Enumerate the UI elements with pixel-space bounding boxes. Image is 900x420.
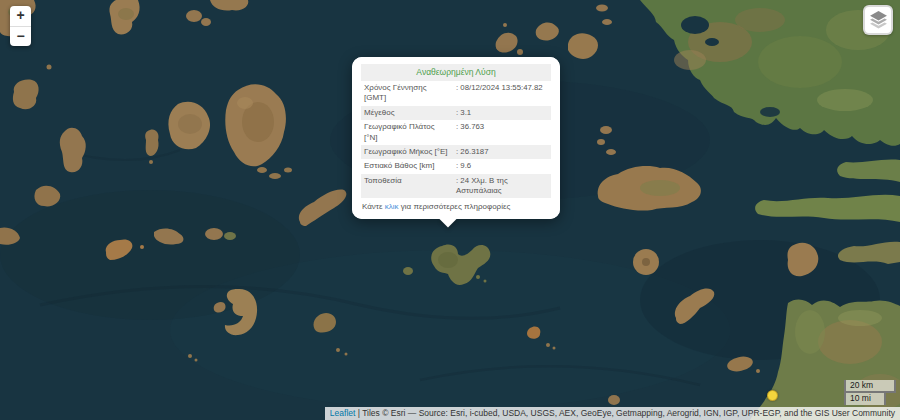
popup-footer: Κάντε κλικ για περισσότερες πληροφορίες [362,202,550,212]
map-canvas[interactable]: + − × Αναθεωρημένη Λύση Χρόνος Γέννησης … [0,0,900,420]
attribution-text: Tiles © Esri — Source: Esri, i-cubed, US… [362,408,895,418]
table-row: Γεωγραφικό Πλάτος [°N] : 36.763 [361,120,551,145]
table-row: Χρόνος Γέννησης [GMT] : 08/12/2024 13:55… [361,81,551,106]
zoom-out-button[interactable]: − [10,26,31,46]
row-label: Τοποθεσία [361,174,453,198]
row-label: Μέγεθος [361,106,453,120]
row-label: Γεωγραφικό Μήκος [°E] [361,145,453,159]
row-label: Εστιακό Βάθος [km] [361,159,453,173]
row-value: : 24 Χλμ. Β της Αστυπάλαιας [453,174,551,198]
footer-text: Κάντε [362,202,385,211]
table-row: Μέγεθος : 3.1 [361,106,551,120]
table-row: Τοποθεσία : 24 Χλμ. Β της Αστυπάλαιας [361,174,551,198]
footer-text: για περισσότερες πληροφορίες [399,202,511,211]
zoom-in-button[interactable]: + [10,6,31,26]
popup-title: Αναθεωρημένη Λύση [361,64,551,81]
earthquake-details-table: Αναθεωρημένη Λύση Χρόνος Γέννησης [GMT] … [361,64,551,198]
attribution-bar: Leaflet | Tiles © Esri — Source: Esri, i… [325,407,900,420]
scale-control: 20 km 10 mi [844,380,896,405]
layers-control-button[interactable] [863,5,893,35]
table-row: Εστιακό Βάθος [km] : 9.6 [361,159,551,173]
row-label: Γεωγραφικό Πλάτος [°N] [361,120,453,145]
row-label: Χρόνος Γέννησης [GMT] [361,81,453,106]
scale-mi: 10 mi [844,391,886,405]
layers-icon [869,11,888,29]
zoom-control: + − [10,6,31,46]
leaflet-link[interactable]: Leaflet [330,408,356,418]
row-value: : 3.1 [453,106,551,120]
row-value: : 26.3187 [453,145,551,159]
earthquake-popup: × Αναθεωρημένη Λύση Χρόνος Γέννησης [GMT… [352,57,560,219]
table-row: Γεωγραφικό Μήκος [°E] : 26.3187 [361,145,551,159]
row-value: : 9.6 [453,159,551,173]
more-info-link[interactable]: κλικ [385,202,399,211]
row-value: : 08/12/2024 13:55:47.82 [453,81,551,106]
row-value: : 36.763 [453,120,551,145]
table-row: Αναθεωρημένη Λύση [361,64,551,81]
earthquake-marker[interactable] [767,390,778,401]
